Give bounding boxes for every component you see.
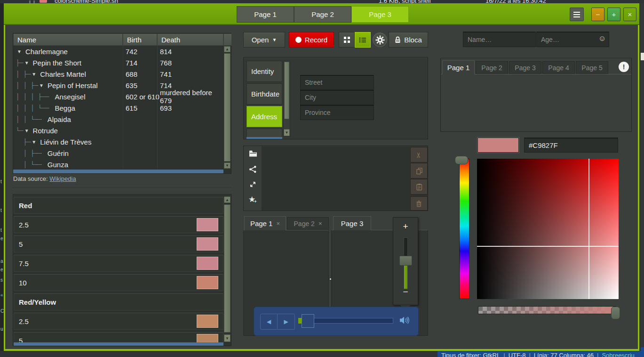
share-button[interactable] [249,165,257,173]
tree-name: Charles Martel [40,70,86,78]
tree-row[interactable]: │ │ │ └──Begga615693 [13,102,223,114]
form-list-scrollbar-thumb[interactable] [284,62,289,119]
expander-icon[interactable]: ▼ [24,128,29,133]
alpha-slider-thumb[interactable] [611,307,620,319]
speaker-icon[interactable] [399,316,410,325]
scale-row[interactable]: 2.5 [14,313,223,330]
tab-page-3[interactable]: Page 3 [333,216,371,230]
street-field[interactable] [300,75,374,90]
city-field[interactable] [300,90,374,105]
maximize-button[interactable]: + [607,8,620,21]
tree-row[interactable]: │ │ │ ├──Ansegisel602 or 610murdered bef… [13,91,223,102]
right-tab-page-2[interactable]: Page 2 [476,61,508,74]
scale-scroll-up-button[interactable]: ▲ [224,196,231,203]
sidebar-item-address[interactable]: Address [246,106,282,127]
wikipedia-link[interactable]: Wikipedia [49,175,76,182]
scale-list-hscrollbar[interactable] [14,342,223,346]
scale-row[interactable]: 5 [14,235,223,252]
scale-row[interactable]: 2.5 [14,216,223,233]
right-tab-page-5[interactable]: Page 5 [576,61,608,74]
right-tab-page-1[interactable]: Page 1 [442,60,475,74]
current-color-swatch[interactable] [477,138,519,153]
right-tab-page-3[interactable]: Page 3 [509,61,541,74]
sidebar-item-identity[interactable]: Identity [246,61,282,82]
form-list-scroll-down-button[interactable]: ▼ [284,129,290,136]
media-prev-button[interactable]: ◀ [260,314,278,330]
tree-row[interactable]: │ ├──Guérin [13,147,223,159]
settings-button[interactable] [373,32,387,47]
province-field[interactable] [300,105,374,120]
tree-row[interactable]: ├─▼Liévin de Trèves [13,136,223,147]
tree-row[interactable]: │ ├─▼Charles Martel688741 [13,68,223,80]
close-tab-icon[interactable]: × [318,220,322,227]
scale-row[interactable]: 10 [14,274,223,291]
expander-icon[interactable]: ▼ [24,60,29,65]
tree-row[interactable]: └─▼Rotrude [13,125,223,136]
volume-up-button[interactable]: + [393,221,418,232]
saturation-value-area[interactable] [477,159,619,299]
tree-scrollbar-thumb[interactable] [224,53,231,162]
titlebar-tab-page-3[interactable]: Page 3 [351,6,409,23]
alpha-slider[interactable] [478,306,616,314]
copy-button[interactable] [410,163,428,178]
right-tab-page-4[interactable]: Page 4 [542,61,575,74]
favorite-button[interactable]: ★+ [248,195,257,204]
list-view-button[interactable] [355,32,371,48]
media-next-button[interactable]: ▶ [278,314,295,330]
expander-icon[interactable]: ▼ [32,139,36,145]
scale-scroll-down-button[interactable]: ▼ [224,334,231,342]
sidebar-item-birthdate[interactable]: Birthdate [246,83,282,105]
open-button[interactable]: Open ▼ [243,32,285,48]
delete-button[interactable] [410,196,428,211]
column-header-death[interactable]: Death [157,33,223,46]
hue-slider[interactable] [459,159,469,299]
scale-scrollbar-thumb[interactable] [224,204,231,333]
column-header-birth[interactable]: Birth [123,33,157,46]
close-tab-icon[interactable]: × [276,220,280,227]
hue-slider-thumb[interactable] [455,156,468,164]
tree-row[interactable]: ├─▼Pepin the Short714768 [13,57,223,68]
tree-scroll-up-button[interactable]: ▲ [224,46,231,52]
fullscreen-button[interactable] [249,181,256,188]
volume-slider-thumb[interactable] [399,256,412,266]
column-header-name[interactable]: Name [13,33,123,46]
record-button[interactable]: Record [289,32,334,48]
seek-slider-track[interactable] [306,318,393,324]
tab-page-1[interactable]: Page 1× [244,216,286,230]
emoji-icon[interactable]: ☺ [598,34,606,43]
tree-scroll-down-button[interactable]: ▼ [224,162,231,169]
expander-icon[interactable]: ▼ [39,83,44,88]
right-notebook-content [441,74,631,131]
scale-section-header: Red [14,197,223,214]
pane-handle-dot[interactable] [330,278,331,280]
expander-icon[interactable]: ▼ [32,72,36,77]
name-field[interactable] [463,32,536,47]
scale-row[interactable]: 7.5 [14,255,223,272]
expander-icon[interactable]: ▼ [17,49,22,54]
alpha-gradient-overlay [478,307,615,314]
tree-death: 693 [160,102,172,114]
open-folder-button[interactable] [249,150,257,157]
hex-color-field[interactable] [524,138,618,153]
volume-slider-fill[interactable] [404,263,408,289]
volume-down-button[interactable]: − [393,287,418,297]
tab-label: Page 3 [341,219,364,227]
titlebar-tab-page-2[interactable]: Page 2 [294,6,351,23]
tab-page-2[interactable]: Page 2× [287,217,329,230]
paste-button[interactable] [410,179,428,195]
tree-row[interactable]: ▼Charlemagne742814 [13,46,223,57]
tree-row[interactable]: │ │ └──Alpaida [13,114,223,125]
lock-button[interactable]: Bloca [389,32,428,48]
cut-button[interactable]: ✂ [410,147,428,162]
tree-row[interactable]: │ └──Gunza [13,159,223,170]
form-list-hscrollbar[interactable] [246,137,282,139]
close-button[interactable]: × [623,8,636,21]
menu-button[interactable] [570,8,584,21]
tree-hscrollbar[interactable] [13,170,223,173]
grid-view-button[interactable] [339,32,355,48]
minimize-button[interactable]: − [591,8,604,21]
data-source-line: Data source: Wikipedia [13,175,76,182]
titlebar-tab-page-1[interactable]: Page 1 [237,6,294,23]
seek-slider-thumb[interactable] [302,314,314,328]
edge-glyph: t [0,179,2,184]
